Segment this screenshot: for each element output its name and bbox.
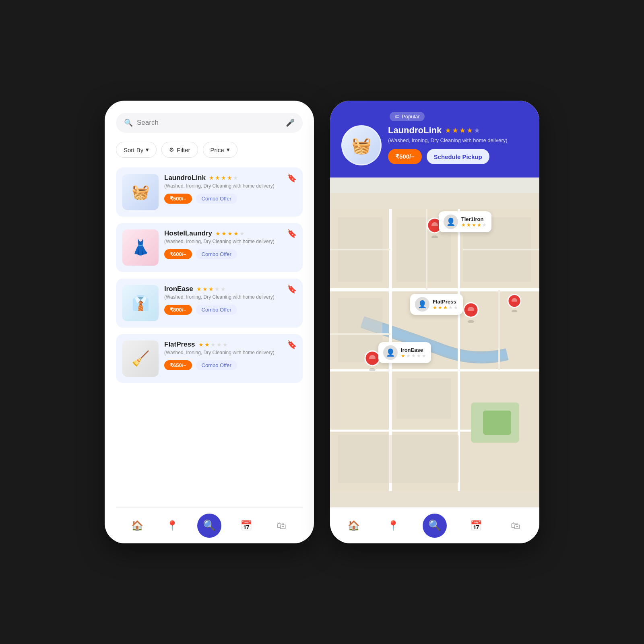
- service-desc-3: (Washed, Ironing, Dry Cleaning with home…: [164, 294, 296, 301]
- map-info-tier1iron: Tier1Iron ★ ★ ★ ★ ★: [461, 216, 487, 228]
- service-card-laundrolink[interactable]: 🧺 LaundroLink ★ ★ ★ ★ ★ (Washed, Ironing…: [116, 167, 303, 217]
- service-card-flatpress[interactable]: 🧹 FlatPress ★ ★ ★ ★ ★ (Washed, Ironing, …: [116, 334, 303, 383]
- nav-schedule-right[interactable]: 📅: [466, 516, 486, 536]
- flatpress-stars: ★ ★ ★ ★ ★: [433, 305, 458, 310]
- map-avatar-tier1iron: 👤: [444, 215, 458, 229]
- nav-home-left[interactable]: 🏠: [127, 516, 147, 536]
- service-name-4: FlatPress: [164, 341, 195, 349]
- service-info-hostellaundry: HostelLaundry ★ ★ ★ ★ ★ (Washed, Ironing…: [164, 229, 296, 259]
- service-card-hostellaundry[interactable]: 👗 HostelLaundry ★ ★ ★ ★ ★ (Washed, Ironi…: [116, 223, 303, 272]
- combo-badge: Combo Offer: [196, 194, 237, 204]
- map-info-ironease: IronEase ★ ★ ★ ★ ★: [401, 347, 426, 359]
- nav-location-left[interactable]: 📍: [162, 516, 182, 536]
- popup-stars: ★ ★ ★ ★ ★: [445, 126, 480, 135]
- map-background: 👤 Tier1Iron ★ ★ ★ ★ ★: [330, 193, 539, 507]
- svg-rect-2: [483, 411, 511, 435]
- service-image-hostellaundry: 👗: [122, 229, 159, 266]
- popular-badge: 🏷 Popular: [390, 112, 425, 121]
- map-label-tier1iron[interactable]: 👤 Tier1Iron ★ ★ ★ ★ ★: [439, 211, 491, 232]
- service-name-row-4: FlatPress ★ ★ ★ ★ ★: [164, 341, 296, 349]
- service-desc: (Washed, Ironing, Dry Cleaning with home…: [164, 183, 296, 190]
- bookmark-icon[interactable]: 🔖: [287, 173, 297, 183]
- service-image-flatpress: 🧹: [122, 341, 159, 377]
- map-label-flatpress[interactable]: 👤 FlatPress ★ ★ ★ ★ ★: [410, 294, 463, 315]
- service-info-laundrolink: LaundroLink ★ ★ ★ ★ ★ (Washed, Ironing, …: [164, 174, 296, 204]
- filter-icon: ⚙: [169, 147, 174, 153]
- map-avatar-ironease: 👤: [383, 345, 398, 360]
- svg-point-31: [369, 368, 376, 371]
- stars-hostellaundry: ★ ★ ★ ★ ★: [215, 230, 245, 237]
- service-name-row-3: IronEase ★ ★ ★ ★ ★: [164, 285, 296, 293]
- popup-schedule-button[interactable]: Schedule Pickup: [427, 149, 489, 164]
- sort-by-button[interactable]: Sort By ▾: [116, 142, 157, 158]
- service-list: 🧺 LaundroLink ★ ★ ★ ★ ★ (Washed, Ironing…: [116, 167, 303, 507]
- star-4: ★: [227, 175, 232, 181]
- filter-button[interactable]: ⚙ Filter: [161, 142, 198, 158]
- combo-badge-3: Combo Offer: [196, 305, 237, 315]
- service-name-row: LaundroLink ★ ★ ★ ★ ★: [164, 174, 296, 182]
- svg-rect-12: [396, 378, 451, 419]
- right-phone: 🏷 Popular 🧺 LaundroLink ★ ★ ★ ★ ★ (Washe…: [330, 101, 539, 543]
- bottom-nav-right: 🏠 📍 🔍 📅 🛍: [330, 507, 539, 543]
- service-name-row-2: HostelLaundry ★ ★ ★ ★ ★: [164, 229, 296, 237]
- nav-search-left[interactable]: 🔍: [197, 514, 221, 538]
- popup-name: LaundroLink: [388, 125, 442, 136]
- combo-badge-4: Combo Offer: [196, 360, 237, 370]
- combo-badge-2: Combo Offer: [196, 249, 237, 259]
- stars-ironease: ★ ★ ★ ★ ★: [196, 286, 226, 292]
- left-phone: 🔍 🎤 Sort By ▾ ⚙ Filter Price ▾ 🧺 Laundro…: [105, 101, 314, 543]
- map-pin-ironease[interactable]: 👤 IronEase ★ ★ ★ ★ ★: [364, 350, 380, 371]
- map-svg: [330, 193, 539, 507]
- service-name: LaundroLink: [164, 174, 206, 182]
- price-label: Price: [211, 147, 224, 153]
- service-info-flatpress: FlatPress ★ ★ ★ ★ ★ (Washed, Ironing, Dr…: [164, 341, 296, 370]
- map-pin-tier1iron[interactable]: 👤 Tier1Iron ★ ★ ★ ★ ★: [427, 217, 443, 238]
- mic-icon[interactable]: 🎤: [286, 118, 295, 127]
- popup-info: LaundroLink ★ ★ ★ ★ ★ (Washed, Ironing, …: [388, 125, 528, 164]
- nav-bag-left[interactable]: 🛍: [271, 516, 291, 536]
- star-2: ★: [215, 175, 220, 181]
- svg-point-19: [431, 235, 438, 238]
- popular-icon: 🏷: [394, 114, 400, 120]
- search-bar[interactable]: 🔍 🎤: [116, 113, 303, 133]
- nav-bag-right[interactable]: 🛍: [506, 516, 526, 536]
- tier1iron-stars: ★ ★ ★ ★ ★: [461, 222, 487, 228]
- map-label-ironease[interactable]: 👤 IronEase ★ ★ ★ ★ ★: [378, 342, 431, 363]
- sort-chevron-icon: ▾: [146, 146, 149, 153]
- star-5: ★: [233, 175, 238, 181]
- map-pin-extra: [507, 294, 522, 314]
- service-image-ironease: 👔: [122, 285, 159, 321]
- service-desc-2: (Washed, Ironing, Dry Cleaning with home…: [164, 238, 296, 245]
- filter-label: Filter: [177, 147, 190, 153]
- service-card-ironease[interactable]: 👔 IronEase ★ ★ ★ ★ ★ (Washed, Ironing, D…: [116, 279, 303, 328]
- search-icon: 🔍: [124, 118, 133, 127]
- nav-search-right[interactable]: 🔍: [423, 514, 447, 538]
- map-area[interactable]: 👤 Tier1Iron ★ ★ ★ ★ ★: [330, 193, 539, 507]
- price-row-3: ₹800/– Combo Offer: [164, 305, 296, 315]
- bookmark-icon-3[interactable]: 🔖: [287, 284, 297, 294]
- map-pin-flatpress[interactable]: 👤 FlatPress ★ ★ ★ ★ ★: [463, 302, 479, 323]
- nav-location-right[interactable]: 📍: [383, 516, 403, 536]
- price-button[interactable]: Price ▾: [203, 142, 237, 158]
- popup-name-row: LaundroLink ★ ★ ★ ★ ★: [388, 125, 528, 136]
- bookmark-icon-2[interactable]: 🔖: [287, 229, 297, 238]
- price-badge-3: ₹800/–: [164, 305, 192, 315]
- price-badge: ₹500/–: [164, 194, 192, 204]
- nav-home-right[interactable]: 🏠: [344, 516, 364, 536]
- price-badge-4: ₹650/–: [164, 360, 192, 370]
- popular-label: Popular: [402, 114, 420, 120]
- price-row-4: ₹650/– Combo Offer: [164, 360, 296, 370]
- price-row-2: ₹600/– Combo Offer: [164, 249, 296, 259]
- ironease-stars: ★ ★ ★ ★ ★: [401, 353, 426, 359]
- popup-desc: (Washed, Ironing, Dry Cleaning with home…: [388, 137, 528, 143]
- price-chevron-icon: ▾: [227, 146, 230, 153]
- search-input[interactable]: [137, 119, 282, 127]
- popup-price-button[interactable]: ₹500/–: [388, 149, 422, 164]
- popup-content-row: 🧺 LaundroLink ★ ★ ★ ★ ★ (Washed, Ironing…: [341, 125, 528, 165]
- service-image-laundrolink: 🧺: [122, 174, 159, 210]
- service-name-2: HostelLaundry: [164, 229, 212, 237]
- nav-schedule-left[interactable]: 📅: [236, 516, 256, 536]
- svg-point-27: [512, 310, 517, 312]
- service-info-ironease: IronEase ★ ★ ★ ★ ★ (Washed, Ironing, Dry…: [164, 285, 296, 315]
- bookmark-icon-4[interactable]: 🔖: [287, 340, 297, 349]
